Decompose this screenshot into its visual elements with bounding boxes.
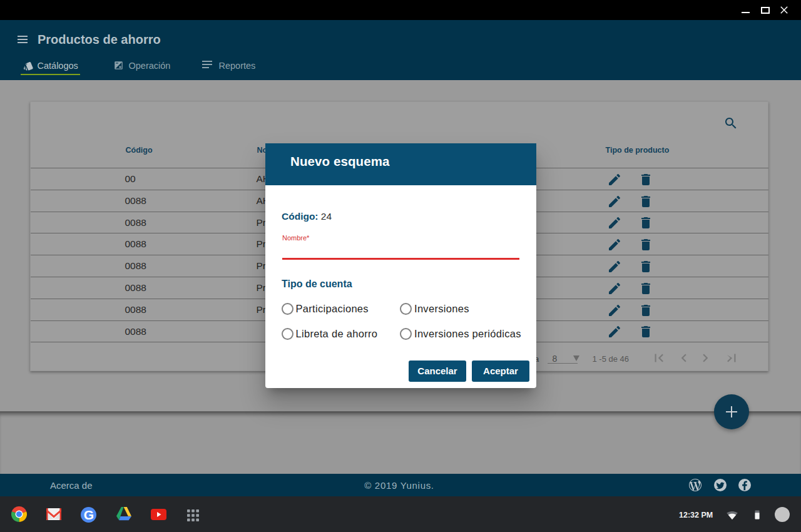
svg-text:G: G xyxy=(84,508,94,522)
